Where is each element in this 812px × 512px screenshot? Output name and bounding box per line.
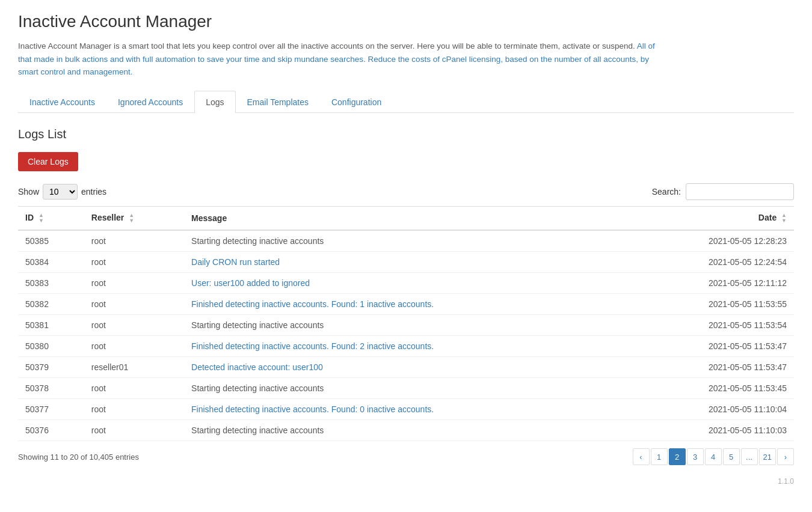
cell-message: Detected inactive account: user100 bbox=[184, 357, 632, 378]
cell-message: Daily CRON run started bbox=[184, 252, 632, 273]
table-row: 50378rootStarting detecting inactive acc… bbox=[18, 378, 794, 399]
cell-id: 50382 bbox=[18, 294, 84, 315]
show-entries-control: Show 10 25 50 100 entries bbox=[18, 184, 106, 200]
page-btn-2[interactable]: 2 bbox=[669, 448, 686, 465]
tab-inactive-accounts[interactable]: Inactive Accounts bbox=[18, 91, 106, 113]
cell-reseller: root bbox=[84, 336, 184, 357]
cell-reseller: root bbox=[84, 378, 184, 399]
tab-ignored-accounts[interactable]: Ignored Accounts bbox=[106, 91, 194, 113]
cell-date: 2021-05-05 12:28:23 bbox=[632, 230, 794, 252]
cell-message: Starting detecting inactive accounts bbox=[184, 378, 632, 399]
page-btn-1[interactable]: 1 bbox=[651, 448, 668, 465]
showing-entries: Showing 11 to 20 of 10,405 entries bbox=[18, 453, 139, 462]
col-header-reseller[interactable]: Reseller ▲▼ bbox=[84, 206, 184, 230]
section-heading: Logs List bbox=[18, 127, 794, 141]
cell-date: 2021-05-05 11:53:45 bbox=[632, 378, 794, 399]
cell-date: 2021-05-05 11:53:47 bbox=[632, 357, 794, 378]
search-label: Search: bbox=[652, 187, 681, 197]
cell-reseller: root bbox=[84, 230, 184, 252]
cell-reseller: reseller01 bbox=[84, 357, 184, 378]
cell-id: 50376 bbox=[18, 420, 84, 441]
cell-date: 2021-05-05 11:53:55 bbox=[632, 294, 794, 315]
table-row: 50384rootDaily CRON run started2021-05-0… bbox=[18, 252, 794, 273]
page-btn-ellipsis: ... bbox=[741, 448, 758, 465]
cell-reseller: root bbox=[84, 252, 184, 273]
next-page-button[interactable]: › bbox=[777, 448, 794, 465]
table-row: 50380rootFinished detecting inactive acc… bbox=[18, 336, 794, 357]
tab-logs[interactable]: Logs bbox=[194, 91, 235, 113]
table-row: 50383rootUser: user100 added to ignored2… bbox=[18, 273, 794, 294]
page-title: Inactive Account Manager bbox=[18, 12, 794, 31]
table-row: 50377rootFinished detecting inactive acc… bbox=[18, 399, 794, 420]
cell-id: 50380 bbox=[18, 336, 84, 357]
cell-reseller: root bbox=[84, 420, 184, 441]
logs-table: ID ▲▼ Reseller ▲▼ Message Date ▲▼ 50385r… bbox=[18, 206, 794, 441]
pagination: ‹ 1 2 3 4 5 ... 21 › bbox=[633, 448, 794, 465]
cell-id: 50379 bbox=[18, 357, 84, 378]
cell-date: 2021-05-05 11:53:47 bbox=[632, 336, 794, 357]
table-controls: Show 10 25 50 100 entries Search: bbox=[18, 183, 794, 200]
cell-date: 2021-05-05 11:10:04 bbox=[632, 399, 794, 420]
search-control: Search: bbox=[652, 183, 794, 200]
tab-email-templates[interactable]: Email Templates bbox=[236, 91, 320, 113]
col-header-date[interactable]: Date ▲▼ bbox=[632, 206, 794, 230]
tab-configuration[interactable]: Configuration bbox=[320, 91, 393, 113]
cell-id: 50377 bbox=[18, 399, 84, 420]
entries-select[interactable]: 10 25 50 100 bbox=[43, 184, 78, 200]
cell-id: 50383 bbox=[18, 273, 84, 294]
page-btn-5[interactable]: 5 bbox=[723, 448, 740, 465]
cell-message: User: user100 added to ignored bbox=[184, 273, 632, 294]
cell-message: Finished detecting inactive accounts. Fo… bbox=[184, 294, 632, 315]
page-description: Inactive Account Manager is a smart tool… bbox=[18, 40, 668, 79]
cell-message: Starting detecting inactive accounts bbox=[184, 420, 632, 441]
cell-id: 50381 bbox=[18, 315, 84, 336]
search-input[interactable] bbox=[686, 183, 794, 200]
cell-id: 50378 bbox=[18, 378, 84, 399]
cell-date: 2021-05-05 11:53:54 bbox=[632, 315, 794, 336]
cell-date: 2021-05-05 12:24:54 bbox=[632, 252, 794, 273]
prev-page-button[interactable]: ‹ bbox=[633, 448, 650, 465]
cell-reseller: root bbox=[84, 273, 184, 294]
cell-message: Starting detecting inactive accounts bbox=[184, 230, 632, 252]
cell-date: 2021-05-05 11:10:03 bbox=[632, 420, 794, 441]
table-row: 50381rootStarting detecting inactive acc… bbox=[18, 315, 794, 336]
cell-message: Finished detecting inactive accounts. Fo… bbox=[184, 336, 632, 357]
tab-bar: Inactive Accounts Ignored Accounts Logs … bbox=[18, 91, 794, 113]
col-header-message: Message bbox=[184, 206, 632, 230]
table-row: 50382rootFinished detecting inactive acc… bbox=[18, 294, 794, 315]
cell-reseller: root bbox=[84, 315, 184, 336]
table-row: 50379reseller01Detected inactive account… bbox=[18, 357, 794, 378]
col-header-id[interactable]: ID ▲▼ bbox=[18, 206, 84, 230]
table-row: 50376rootStarting detecting inactive acc… bbox=[18, 420, 794, 441]
show-label: Show bbox=[18, 187, 39, 197]
cell-reseller: root bbox=[84, 294, 184, 315]
table-header-row: ID ▲▼ Reseller ▲▼ Message Date ▲▼ bbox=[18, 206, 794, 230]
cell-id: 50384 bbox=[18, 252, 84, 273]
cell-date: 2021-05-05 12:11:12 bbox=[632, 273, 794, 294]
page-btn-21[interactable]: 21 bbox=[759, 448, 776, 465]
page-btn-3[interactable]: 3 bbox=[687, 448, 704, 465]
entries-label: entries bbox=[81, 187, 106, 197]
table-footer: Showing 11 to 20 of 10,405 entries ‹ 1 2… bbox=[18, 448, 794, 465]
cell-reseller: root bbox=[84, 399, 184, 420]
clear-logs-button[interactable]: Clear Logs bbox=[18, 152, 78, 171]
page-btn-4[interactable]: 4 bbox=[705, 448, 722, 465]
cell-message: Finished detecting inactive accounts. Fo… bbox=[184, 399, 632, 420]
cell-id: 50385 bbox=[18, 230, 84, 252]
version-label: 1.1.0 bbox=[18, 477, 794, 486]
table-row: 50385rootStarting detecting inactive acc… bbox=[18, 230, 794, 252]
cell-message: Starting detecting inactive accounts bbox=[184, 315, 632, 336]
